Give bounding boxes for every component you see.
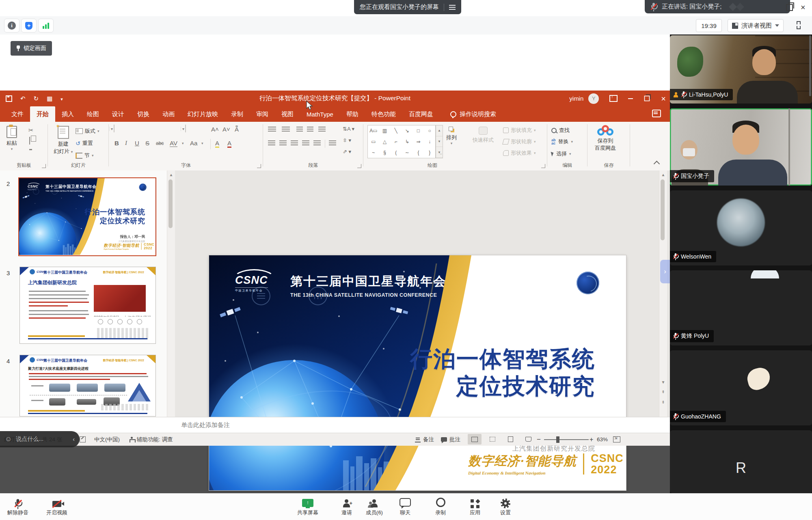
ppt-close-icon[interactable]: ×	[661, 95, 666, 103]
notes-pane[interactable]: 单击此处添加备注	[0, 417, 670, 433]
paste-button[interactable]: 粘贴 ▾	[6, 126, 17, 151]
comments-toggle[interactable]: 批注	[441, 433, 460, 446]
italic-button[interactable]: I	[125, 140, 127, 147]
apps-button[interactable]: 应用	[458, 496, 492, 516]
char-spacing-button[interactable]: AV	[170, 140, 177, 147]
clear-format-icon[interactable]: A͌	[235, 126, 239, 133]
increase-indent-icon[interactable]	[307, 127, 313, 132]
tab-design[interactable]: 设计	[106, 106, 131, 122]
distribute-icon[interactable]	[313, 140, 321, 146]
participant-tile[interactable]: Li-TaHsu,PolyU	[670, 35, 812, 104]
tab-home[interactable]: 开始	[30, 106, 55, 122]
fullscreen-icon[interactable]	[797, 21, 805, 29]
customize-qat-icon[interactable]	[60, 95, 63, 102]
sidebar-scrollbar[interactable]	[809, 35, 811, 96]
share-screen-button[interactable]: 共享屏幕	[291, 496, 325, 516]
slide-canvas[interactable]: CSNC 中国卫星导航年会 第十三届中国卫星导航年会 THE 13th CHIN…	[209, 255, 626, 490]
tab-slideshow[interactable]: 幻灯片放映	[181, 106, 225, 122]
slideshow-view-button[interactable]	[521, 434, 535, 444]
members-button[interactable]: 成员(6)	[357, 496, 391, 516]
tab-help[interactable]: 帮助	[340, 106, 365, 122]
replace-button[interactable]: abac 替换▾	[551, 138, 573, 145]
zoom-out-button[interactable]: −	[537, 433, 541, 446]
find-button[interactable]: 查找	[551, 127, 570, 134]
reset-button[interactable]: 重置	[76, 140, 93, 147]
strikethrough-button[interactable]: S	[145, 140, 149, 147]
zoom-percentage[interactable]: 63%	[597, 433, 608, 446]
underline-button[interactable]: U	[135, 140, 139, 147]
collapse-chevron-icon[interactable]: ‹	[73, 436, 75, 442]
settings-button[interactable]: 设置	[488, 496, 523, 516]
thumbnail-scrollbar[interactable]: ▲	[167, 170, 175, 417]
fit-to-window-icon[interactable]	[613, 433, 620, 446]
undo-icon[interactable]	[20, 95, 26, 102]
tab-file[interactable]: 文件	[5, 106, 30, 122]
tell-me-search[interactable]: 操作说明搜索	[450, 106, 496, 122]
slide-thumbnail-3[interactable]: CSNC 第十三届中国卫星导航年会 数字经济·智能导航 | CSNC 2022 …	[19, 267, 156, 344]
align-center-icon[interactable]	[279, 140, 287, 146]
font-size-combobox[interactable]	[185, 125, 186, 132]
zoom-slider-thumb[interactable]	[556, 436, 559, 443]
participant-tile[interactable]: R	[670, 430, 812, 493]
spell-check-icon[interactable]	[80, 433, 86, 446]
account-avatar[interactable]: Y	[588, 93, 599, 104]
ppt-minimize-icon[interactable]	[628, 98, 633, 99]
tab-record[interactable]: 录制	[225, 106, 250, 122]
shrink-font-icon[interactable]: A˅	[222, 126, 230, 133]
view-mode-button[interactable]: 演讲者视图	[728, 19, 784, 32]
zoom-slider[interactable]	[544, 433, 589, 446]
align-text-button[interactable]: ⇳ ▾	[343, 137, 351, 143]
tab-features[interactable]: 特色功能	[365, 106, 402, 122]
chat-button[interactable]: 聊天	[388, 496, 422, 516]
collapse-ribbon-icon[interactable]	[654, 161, 660, 167]
bold-button[interactable]: B	[114, 140, 119, 147]
arrange-button[interactable]: 排列 ▾	[446, 127, 457, 145]
paragraph-dialog-launcher[interactable]	[357, 164, 361, 168]
participant-tile-speaking[interactable]: 国宝小凳子	[670, 108, 812, 186]
language-status[interactable]: 中文(中国)	[94, 433, 120, 446]
tab-animations[interactable]: 动画	[156, 106, 181, 122]
slide-scrollbar[interactable]: ▲ ▼ ⇞ ⇟	[659, 170, 667, 417]
decrease-indent-icon[interactable]	[296, 127, 303, 132]
save-to-netdisk-button[interactable]: 保存到 百度网盘	[595, 125, 616, 152]
account-name[interactable]: yimin	[569, 95, 583, 102]
floating-chat-input[interactable]: ☺ 说点什么... ‹	[0, 431, 80, 447]
smartart-convert-button[interactable]: ⇗ ▾	[343, 149, 351, 155]
shape-outline-button[interactable]: 形状轮廓▾	[503, 138, 536, 145]
security-button[interactable]: +	[21, 19, 37, 32]
new-slide-button[interactable]: 新建 幻灯片 ▾	[54, 126, 73, 155]
shapes-gallery[interactable]: A▭▥╲↘□○ ▭△⌐↳⇒↓ ~§(∼{}	[367, 125, 436, 158]
tab-transitions[interactable]: 切换	[131, 106, 156, 122]
lock-screen-button[interactable]: 锁定画面	[11, 41, 52, 56]
shadow-button[interactable]: abc	[156, 140, 164, 146]
tab-insert[interactable]: 插入	[55, 106, 80, 122]
window-close-button[interactable]: ×	[801, 3, 806, 11]
notes-toggle[interactable]: 备注	[415, 433, 434, 446]
reading-view-button[interactable]	[503, 434, 517, 444]
ribbon-display-icon[interactable]	[609, 95, 618, 102]
numbering-icon[interactable]	[282, 127, 290, 132]
sidebar-expand-handle[interactable]: ›	[660, 260, 670, 283]
highlight-button[interactable]: A	[215, 140, 219, 148]
font-dialog-launcher[interactable]	[257, 164, 261, 168]
clipboard-dialog-launcher[interactable]	[42, 164, 46, 168]
start-video-button[interactable]: 开启视频	[40, 496, 74, 516]
record-button[interactable]: 录制	[423, 496, 458, 516]
tab-view[interactable]: 视图	[275, 106, 300, 122]
accessibility-status[interactable]: 辅助功能: 调查	[129, 433, 173, 446]
columns-icon[interactable]	[329, 140, 336, 146]
text-direction-button[interactable]: ⇅A ▾	[343, 126, 354, 132]
tab-baidu-netdisk[interactable]: 百度网盘	[402, 106, 440, 122]
slideshow-icon[interactable]	[47, 95, 52, 102]
change-case-button[interactable]: Aa	[190, 140, 197, 147]
tab-draw[interactable]: 绘图	[80, 106, 106, 122]
participant-tile[interactable]: GuohaoZHANG	[670, 350, 812, 425]
grow-font-icon[interactable]: A˄	[211, 126, 219, 133]
copy-icon[interactable]	[29, 137, 30, 145]
shape-effects-button[interactable]: 形状效果▾	[503, 149, 536, 157]
redo-icon[interactable]	[34, 95, 39, 102]
unmute-button[interactable]: 解除静音	[1, 496, 35, 516]
shape-fill-button[interactable]: 形状填充▾	[503, 127, 536, 134]
slide-thumbnail-2[interactable]: CSNC 中国卫星导航年会 第十三届中国卫星导航年会 THE 13th CHIN…	[18, 177, 156, 256]
banner-menu-icon[interactable]	[449, 5, 456, 10]
